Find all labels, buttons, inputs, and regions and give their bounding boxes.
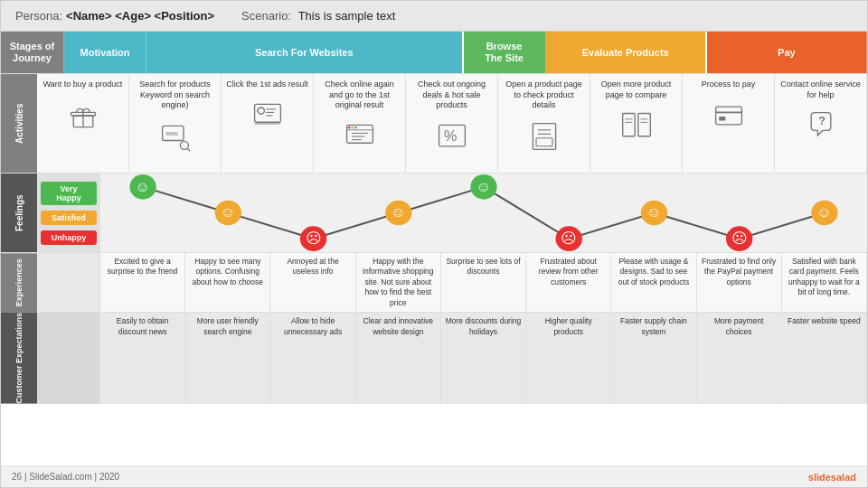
activities-label: Activities	[1, 74, 37, 173]
experiences-row: Experiences Excited to give a surprise t…	[1, 252, 867, 312]
svg-text:1: 1	[256, 108, 259, 113]
activity-text-7: Process to pay	[702, 80, 756, 90]
exp-1: Happy to see many options. Confusing abo…	[185, 253, 270, 312]
footer-page: 26 | SlideSalad.com | 2020	[12, 472, 119, 482]
activity-browse: Check out ongoing deals & hot sale produ…	[406, 74, 498, 173]
feelings-badges: Very Happy Satisfied Unhappy	[37, 174, 100, 252]
gift-icon	[67, 99, 99, 138]
svg-rect-34	[715, 107, 741, 125]
stages-header: Stages ofJourney	[1, 32, 64, 73]
expect-7: More payment choices	[697, 313, 782, 404]
exp-7: Frustrated to find only the PayPal payme…	[697, 253, 782, 312]
browse-header: BrowseThe Site	[464, 32, 546, 73]
expectations-stage-placeholder	[37, 313, 100, 404]
persona-value: <Name> <Age> <Position>	[66, 9, 214, 23]
expect-4: More discounts during holidays	[441, 313, 526, 404]
search-header: Search For Websites	[146, 32, 463, 73]
svg-line-6	[187, 149, 190, 152]
activity-pay1: Process to pay	[683, 74, 775, 173]
help-icon: ?	[805, 109, 837, 148]
experiences-section-label: Experiences	[1, 253, 37, 312]
exp-4: Surprise to see lots of discounts	[441, 253, 526, 312]
expect-0: Easily to obtain discount news	[100, 313, 185, 404]
feelings-chart: ☺ ☺ ☹ ☺ ☺ ☹ ☺ ☹	[100, 174, 867, 252]
activity-eval2: Open more product page to compare	[590, 74, 683, 173]
svg-point-19	[347, 127, 350, 129]
footer: 26 | SlideSalad.com | 2020 slidesalad	[1, 465, 867, 487]
svg-text:?: ?	[818, 115, 826, 127]
activities-row: Activities Want to buy a product	[1, 73, 867, 173]
svg-point-21	[354, 127, 357, 129]
activity-text-3: Check online again and go to the 1st ori…	[317, 80, 401, 111]
exp-2: Annoyed at the useless info	[270, 253, 355, 312]
scenario-value: This is sample text	[298, 9, 396, 23]
activity-eval1: Open a product page to check product det…	[498, 74, 590, 173]
expect-2: Allow to hide unnecessary ads	[270, 313, 355, 404]
pay-header: Pay	[707, 32, 867, 73]
experiences-stage-placeholder	[37, 253, 100, 312]
activity-text-5: Open a product page to check product det…	[502, 80, 586, 111]
svg-rect-29	[637, 114, 650, 136]
svg-rect-36	[719, 117, 725, 121]
expectations-row: Customer Expectations Easily to obtain d…	[1, 312, 867, 404]
activity-search3: Check online again and go to the 1st ori…	[314, 74, 406, 173]
svg-rect-14	[346, 125, 373, 143]
activities-cells: Want to buy a product	[37, 74, 867, 173]
top-bar: Persona: <Name> <Age> <Position> Scenari…	[1, 1, 867, 32]
check-online-icon	[344, 120, 376, 159]
satisfied-badge: Satisfied	[41, 211, 97, 225]
exp-5: Frustrated about review from other custo…	[526, 253, 611, 312]
expectations-section-label: Customer Expectations	[1, 313, 37, 404]
activity-text-0: Want to buy a product	[43, 80, 123, 90]
svg-point-20	[351, 127, 354, 129]
exp-3: Happy with the informative shopping site…	[356, 253, 441, 312]
feelings-row: Feelings Very Happy Satisfied Unhappy	[1, 173, 867, 252]
product-icon	[528, 120, 561, 159]
expect-3: Clear and innovative website design	[356, 313, 441, 404]
main-content: Stages ofJourney Motivation Search For W…	[1, 32, 867, 465]
ads-icon: 1	[251, 99, 284, 138]
svg-text:☹: ☹	[561, 230, 576, 246]
exp-0: Excited to give a surprise to the friend	[100, 253, 185, 312]
activity-search2: Click the 1st ads result 1	[222, 74, 314, 173]
very-happy-badge: Very Happy	[41, 182, 97, 205]
svg-text:☹: ☹	[731, 230, 747, 246]
svg-text:☺: ☺	[646, 204, 662, 220]
evaluate-header: Evaluate Products	[546, 32, 707, 73]
header-row: Stages ofJourney Motivation Search For W…	[1, 32, 867, 73]
feelings-label: Feelings	[1, 174, 37, 252]
expect-5: Higher quality products	[526, 313, 611, 404]
persona-label: Persona:	[15, 9, 62, 23]
expect-8: Faster website speed	[782, 313, 867, 404]
svg-text:%: %	[444, 127, 457, 144]
activity-text-8: Contact online service for help	[778, 80, 863, 100]
unhappy-badge: Unhappy	[41, 230, 97, 245]
compare-icon	[620, 109, 653, 148]
activity-text-6: Open more product page to compare	[594, 80, 678, 100]
expect-cells: Easily to obtain discount news More user…	[100, 313, 867, 404]
journey-table: Stages ofJourney Motivation Search For W…	[1, 32, 867, 465]
svg-text:☺: ☺	[391, 204, 406, 220]
experiences-cells: Excited to give a surprise to the friend…	[100, 253, 867, 312]
svg-text:www: www	[165, 130, 178, 136]
svg-rect-27	[536, 138, 552, 146]
expect-1: More user friendly search engine	[185, 313, 270, 404]
activity-search1: Search for products Keyword on search en…	[129, 74, 222, 173]
activity-motivation: Want to buy a product	[37, 74, 129, 173]
scenario-label: Scenario:	[241, 9, 291, 23]
activity-text-1: Search for products Keyword on search en…	[133, 80, 217, 111]
percent-icon: %	[436, 120, 468, 159]
activity-pay2: Contact online service for help ?	[775, 74, 867, 173]
activity-text-2: Click the 1st ads result	[226, 80, 308, 90]
exp-6: Please with usage & designs. Sad to see …	[611, 253, 696, 312]
svg-text:☹: ☹	[306, 230, 321, 246]
exp-8: Satisfied with bank card payment. Feels …	[782, 253, 867, 312]
svg-text:☺: ☺	[221, 204, 236, 220]
svg-text:☺: ☺	[816, 204, 832, 220]
svg-text:☺: ☺	[136, 178, 151, 193]
expect-6: Faster supply chain system	[611, 313, 696, 404]
motivation-header: Motivation	[64, 32, 146, 73]
activity-text-4: Check out ongoing deals & hot sale produ…	[410, 80, 494, 111]
svg-text:☺: ☺	[476, 178, 491, 193]
pay-icon	[712, 99, 745, 138]
